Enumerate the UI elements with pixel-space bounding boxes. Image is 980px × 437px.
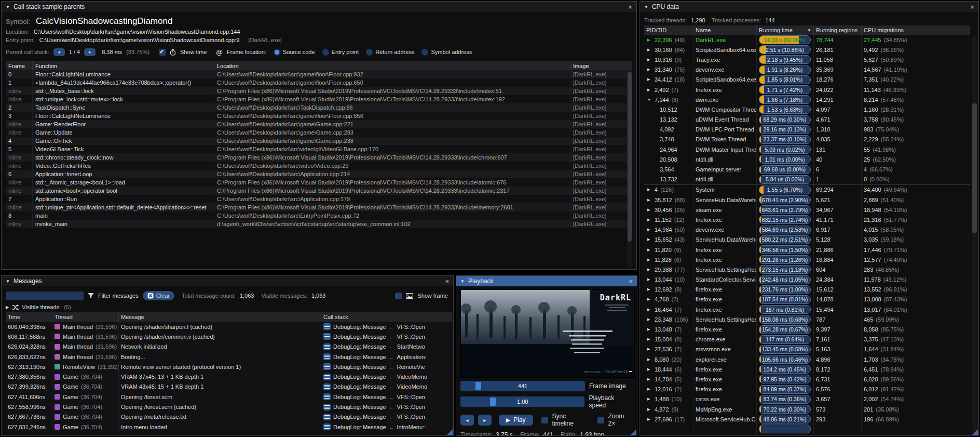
callstack-scrollbar[interactable]: [627, 71, 632, 268]
radio-dot[interactable]: [322, 49, 329, 56]
message-row[interactable]: 606,049,398nsMain thread(31,596)Opening …: [6, 322, 453, 332]
col-running-regions[interactable]: Running regions: [814, 25, 862, 35]
message-row[interactable]: 627,313,190nsRemoteView(31,392)Remote vi…: [6, 362, 453, 372]
close-icon[interactable]: ×: [970, 4, 974, 10]
pid-cell[interactable]: ▶22,396(49): [644, 35, 693, 45]
callstack-list-icon[interactable]: [323, 374, 331, 380]
next-frame-button[interactable]: ▸: [478, 415, 492, 426]
callstack-frame-row[interactable]: inlinestd::unique_lock<std::mutex>::lock…: [6, 95, 632, 103]
cpu-process-row[interactable]: ▶11,820(9)firefox.exe346.58 ms (1.50%)21…: [644, 245, 970, 255]
expand-tree-icon[interactable]: ▶: [647, 48, 652, 52]
pid-cell[interactable]: ▶30,160(84): [644, 45, 693, 55]
message-row[interactable]: 626,024,328nsMain thread(31,596)Network …: [6, 342, 453, 352]
expand-tree-icon[interactable]: ▶: [647, 377, 652, 381]
slider-grab[interactable]: [490, 398, 496, 406]
message-row[interactable]: 627,380,356nsGame(36,704)VRAM 37x45: 13 …: [6, 372, 453, 381]
cpu-process-row[interactable]: 13,132uDWM Event Thread68.29 ms (0.30%)4…: [644, 115, 970, 125]
sync-timeline-checkbox[interactable]: [541, 417, 548, 423]
frame-location[interactable]: C:\Program Files (x86)\Microsoft Visual …: [214, 87, 570, 95]
callstack-list-icon[interactable]: [323, 323, 331, 330]
pid-cell[interactable]: ▶12,692(9): [644, 285, 693, 295]
expand-tree-icon[interactable]: ▶: [647, 58, 652, 62]
pid-cell[interactable]: ▶10,316(9): [644, 55, 693, 64]
callstack-frame-row[interactable]: 2TaskDispatch::SyncC:\Users\wolf\Desktop…: [6, 103, 632, 112]
radio-source-code[interactable]: Source code: [274, 49, 315, 56]
expand-tree-icon[interactable]: ▶: [647, 277, 652, 282]
frame-location[interactable]: C:\Program Files (x86)\Microsoft Visual …: [214, 203, 570, 211]
frame-location[interactable]: C:\Users\wolf\Desktop\darkrl\src\game\fl…: [214, 70, 570, 78]
frame-function[interactable]: Game::Update: [33, 128, 214, 137]
pid-cell[interactable]: [644, 424, 693, 434]
expand-tree-icon[interactable]: ▶: [647, 387, 652, 391]
pid-cell[interactable]: ▶2,492(7): [644, 85, 693, 95]
frame-location[interactable]: C:\Users\wolf\Desktop\darkrl\src\game\Ga…: [214, 120, 570, 128]
pid-cell[interactable]: ▶13,044(10): [644, 275, 693, 285]
cpu-process-row[interactable]: ▶10,316(9)Tracy.exe2.18 s (9.45%)11,0585…: [644, 55, 970, 64]
visible-threads-row[interactable]: ▶ Visible threads: (5): [6, 302, 453, 312]
cpu-process-row[interactable]: ▶22,396(49)DarkRL.exe14.33 s (62.06%)78,…: [644, 35, 970, 45]
cpu-process-row[interactable]: ▶30,456(25)steam.exe643.61 ms (2.79%)34,…: [644, 205, 970, 215]
expand-tree-icon[interactable]: ▶: [647, 357, 652, 362]
message-row[interactable]: 627,411,606nsGame(36,704)Opening /forest…: [6, 392, 453, 402]
callstack-list-icon[interactable]: [323, 353, 331, 360]
playback-speed-slider[interactable]: 1.00: [460, 396, 584, 407]
cpu-process-row[interactable]: [644, 424, 970, 434]
message-callstack[interactable]: DebugLog::Message←Application:: [321, 352, 453, 362]
expand-tree-icon[interactable]: ▶: [647, 268, 652, 272]
col-pid-tid[interactable]: PID/TID: [644, 25, 693, 35]
expand-tree-icon[interactable]: ▶: [647, 188, 652, 192]
clear-button[interactable]: Clear: [143, 291, 174, 300]
cpu-process-row[interactable]: ▶18,444(6)firefox.exe104.2 ms (0.45%)8,1…: [644, 364, 970, 374]
callstack-list-icon[interactable]: [323, 363, 331, 370]
message-callstack[interactable]: DebugLog::Message←IntroMenu::: [321, 422, 453, 432]
radio-dot[interactable]: [274, 49, 280, 56]
callstack-list-icon[interactable]: [323, 404, 331, 410]
close-icon[interactable]: ×: [628, 4, 632, 10]
frame-function[interactable]: invoke_main: [33, 220, 214, 228]
message-callstack[interactable]: DebugLog::Message←VFS::Open: [321, 332, 453, 341]
cpu-process-row[interactable]: 3,748DWM Token Thread23.37 ms (0.10%)4,0…: [644, 135, 970, 144]
callstack-frame-row[interactable]: 6Application::InnerLoopC:\Users\wolf\Des…: [6, 170, 632, 178]
pid-cell[interactable]: ▶11,152(12): [644, 215, 693, 224]
frame-function[interactable]: std::chrono::steady_clock::now: [33, 153, 214, 162]
callstack-frame-row[interactable]: inlinestd::_Mutex_base::lockC:\Program F…: [6, 87, 632, 95]
callstack-frame-row[interactable]: 5VideoGLBase::TickC:\Users\wolf\Desktop\…: [6, 145, 632, 153]
callstack-list-icon[interactable]: [323, 393, 331, 400]
message-row[interactable]: 627,667,736nsGame(36,704)Opening /meta/r…: [6, 412, 453, 422]
expand-tree-icon[interactable]: ▶: [647, 407, 652, 412]
zoom-2x-checkbox[interactable]: [597, 417, 604, 423]
pid-cell[interactable]: ▶15,652(43): [644, 235, 693, 245]
message-row[interactable]: 606,117,568nsMain thread(31,596)Opening …: [6, 332, 453, 341]
cpu-process-row[interactable]: ▶13,044(10)StandardCollector.Servic242.4…: [644, 275, 970, 285]
resize-grip[interactable]: [447, 429, 453, 435]
expand-tree-icon[interactable]: ▶: [647, 218, 652, 222]
pid-cell[interactable]: ▶12,016(2): [644, 385, 693, 394]
pid-cell[interactable]: ▶14,784(5): [644, 374, 693, 384]
cpu-process-row[interactable]: ▶4,768(7)firefox.exe187.54 ms (0.81%)14,…: [644, 295, 970, 304]
frame-location[interactable]: C:\Users\wolf\Desktop\darkrl\src\Applica…: [214, 195, 570, 203]
frame-location[interactable]: d:\agent\_work\63\s\src\vctools\crt\vcst…: [214, 220, 570, 228]
cpu-process-row[interactable]: ▶27,696(17)Microsoft.ServiceHub.Co48.06 …: [644, 414, 970, 424]
expand-tree-icon[interactable]: ▶: [647, 248, 652, 252]
show-frame-checkbox[interactable]: [395, 293, 402, 299]
collapse-tree-icon[interactable]: ▼: [647, 98, 652, 101]
pid-cell[interactable]: ▶34,412(18): [644, 75, 693, 85]
message-callstack[interactable]: DebugLog::Message←StartNetwo: [321, 342, 453, 352]
cpu-process-row[interactable]: ▶14,984(50)devenv.exe584.69 ms (2.53%)6,…: [644, 225, 970, 235]
collapse-icon[interactable]: ▼: [460, 279, 465, 284]
cpu-process-row[interactable]: ▶30,160(84)ScriptedSandbox64.exe2.51 s (…: [644, 45, 970, 55]
frame-location[interactable]: C:\Users\wolf\Desktop\darkrl\src\TaskDis…: [214, 103, 570, 112]
pid-cell[interactable]: ▶4,768(7): [644, 295, 693, 304]
pid-cell[interactable]: ▶14,984(50): [644, 225, 693, 235]
cpu-process-row[interactable]: ▶11,152(12)firefox.exe632.15 ms (2.74%)4…: [644, 215, 970, 224]
next-callstack-button[interactable]: ▸: [84, 48, 96, 56]
expand-tree-icon[interactable]: ▶: [647, 287, 652, 292]
frame-location[interactable]: C:\Users\wolf\Desktop\darkrl\src\game\Ga…: [214, 128, 570, 137]
expand-tree-icon[interactable]: ▶: [647, 417, 652, 421]
callstack-frame-row[interactable]: inlinestd::atomic<bool>::operator boolC:…: [6, 187, 632, 195]
frame-function[interactable]: <lambda_84a19dc444fae966ca174e83e708bdca…: [33, 78, 214, 87]
frame-location[interactable]: C:\Users\wolf\Desktop\darkrl\src\EntryPo…: [214, 211, 570, 220]
frame-location[interactable]: C:\Program Files (x86)\Microsoft Visual …: [214, 178, 570, 187]
message-callstack[interactable]: DebugLog::Message←RemoteVie: [321, 362, 453, 372]
cpu-process-row[interactable]: ▶14,784(5)firefox.exe97.95 ms (0.42%)6,7…: [644, 374, 970, 384]
